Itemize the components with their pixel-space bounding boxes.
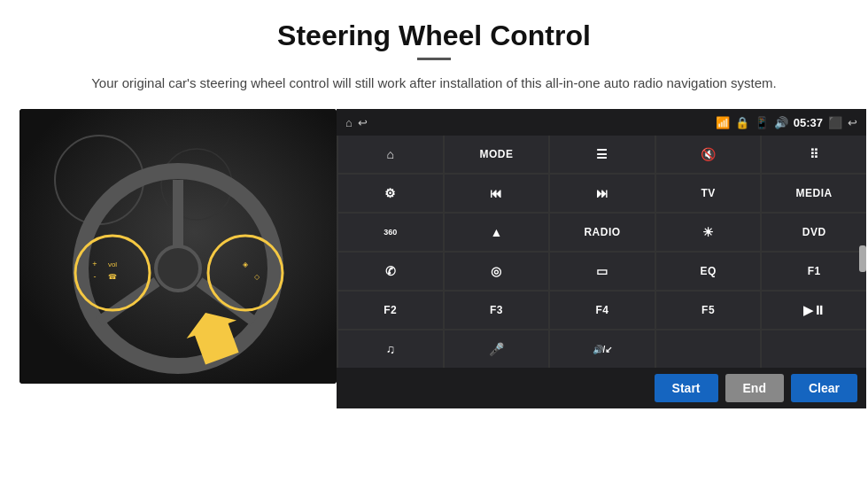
btn-360[interactable]: 360 — [338, 214, 443, 251]
clear-button[interactable]: Clear — [791, 374, 857, 402]
btn-r6c5[interactable] — [762, 330, 866, 368]
settings-icon: ⚙ — [384, 186, 396, 200]
screen-icon: ▭ — [596, 264, 608, 278]
page-title: Steering Wheel Control — [0, 0, 868, 58]
status-left-icons: ⌂ ↩ — [345, 116, 368, 129]
lock-icon: 🔒 — [735, 116, 749, 129]
start-button[interactable]: Start — [655, 374, 718, 402]
btn-mute[interactable]: 🔇 — [656, 136, 761, 173]
btn-settings[interactable]: ⚙ — [338, 175, 443, 212]
svg-text:◈: ◈ — [243, 260, 249, 268]
btn-f5[interactable]: F5 — [656, 292, 761, 329]
apps-icon: ⠿ — [810, 147, 818, 161]
btn-r6c4[interactable] — [656, 330, 761, 368]
sim-icon: 📱 — [755, 116, 769, 129]
headunit: ⌂ ↩ 📶 🔒 📱 🔊 05:37 ⬛ ↩ ⌂ MODE ☰ — [337, 109, 866, 368]
navi-icon: ◎ — [491, 264, 501, 278]
360-label: 360 — [384, 228, 397, 237]
prev-icon: ⏮ — [490, 186, 502, 200]
home-icon[interactable]: ⌂ — [345, 116, 353, 129]
mic-icon: 🎤 — [489, 342, 504, 356]
btn-media[interactable]: MEDIA — [762, 175, 866, 212]
btn-eq[interactable]: EQ — [656, 253, 761, 290]
btn-screen[interactable]: ▭ — [550, 253, 655, 290]
car-image: + - vol ☎ ◈ ◇ — [19, 109, 337, 384]
svg-point-4 — [156, 246, 200, 291]
steering-wheel-bg: + - vol ☎ ◈ ◇ — [19, 109, 337, 384]
btn-mode[interactable]: MODE — [445, 136, 549, 173]
btn-f1[interactable]: F1 — [762, 253, 866, 290]
headunit-wrapper: ⌂ ↩ 📶 🔒 📱 🔊 05:37 ⬛ ↩ ⌂ MODE ☰ — [337, 109, 866, 408]
bluetooth-icon: 🔊 — [774, 116, 788, 129]
status-right-icons: 📶 🔒 📱 🔊 05:37 ⬛ ↩ — [716, 116, 857, 129]
btn-mic[interactable]: 🎤 — [445, 330, 549, 368]
btn-eject[interactable]: ▲ — [445, 214, 549, 251]
music-icon: ♫ — [386, 342, 396, 356]
btn-tv[interactable]: TV — [656, 175, 761, 212]
svg-text:vol: vol — [108, 260, 117, 268]
svg-text:◇: ◇ — [254, 273, 260, 281]
title-divider — [417, 58, 451, 60]
btn-music[interactable]: ♫ — [338, 330, 443, 368]
next-icon: ⏭ — [596, 186, 608, 200]
btn-vol-call[interactable]: 🔊/↙ — [550, 330, 655, 368]
btn-dvd[interactable]: DVD — [762, 214, 866, 251]
brightness-icon: ☀ — [702, 225, 714, 239]
svg-text:☎: ☎ — [108, 273, 117, 281]
btn-f2[interactable]: F2 — [338, 292, 443, 329]
btn-radio[interactable]: RADIO — [550, 214, 655, 251]
button-grid: ⌂ MODE ☰ 🔇 ⠿ ⚙ ⏮ ⏭ TV MEDIA 360 ▲ RADIO … — [337, 136, 866, 368]
status-time: 05:37 — [794, 116, 823, 129]
play-pause-icon: ▶⏸ — [803, 303, 825, 317]
content-area: + - vol ☎ ◈ ◇ ⌂ ↩ — [0, 109, 868, 408]
btn-prev[interactable]: ⏮ — [445, 175, 549, 212]
list-icon: ☰ — [596, 147, 608, 161]
btn-phone[interactable]: ✆ — [338, 253, 443, 290]
svg-text:-: - — [94, 272, 97, 281]
status-bar: ⌂ ↩ 📶 🔒 📱 🔊 05:37 ⬛ ↩ — [337, 109, 866, 136]
mute-icon: 🔇 — [701, 147, 716, 161]
svg-text:+: + — [92, 260, 97, 268]
home-btn-icon: ⌂ — [387, 147, 394, 161]
btn-f4[interactable]: F4 — [550, 292, 655, 329]
wifi-icon: 📶 — [716, 116, 730, 129]
bottom-bar: Start End Clear — [337, 368, 866, 408]
btn-list[interactable]: ☰ — [550, 136, 655, 173]
subtitle: Your original car's steering wheel contr… — [0, 73, 868, 93]
btn-f3[interactable]: F3 — [445, 292, 549, 329]
scrollbar-nub[interactable] — [859, 245, 866, 272]
end-button[interactable]: End — [725, 374, 784, 402]
btn-navi[interactable]: ◎ — [445, 253, 549, 290]
back-arrow-icon[interactable]: ↩ — [358, 116, 368, 129]
phone-icon: ✆ — [385, 264, 396, 278]
btn-brightness[interactable]: ☀ — [656, 214, 761, 251]
back-icon[interactable]: ↩ — [848, 116, 857, 129]
eject-icon: ▲ — [490, 225, 502, 239]
btn-home[interactable]: ⌂ — [338, 136, 443, 173]
btn-apps[interactable]: ⠿ — [762, 136, 866, 173]
cast-icon: ⬛ — [828, 116, 842, 129]
btn-play-pause[interactable]: ▶⏸ — [762, 292, 866, 329]
vol-call-icon: 🔊/↙ — [593, 345, 613, 354]
btn-next[interactable]: ⏭ — [550, 175, 655, 212]
